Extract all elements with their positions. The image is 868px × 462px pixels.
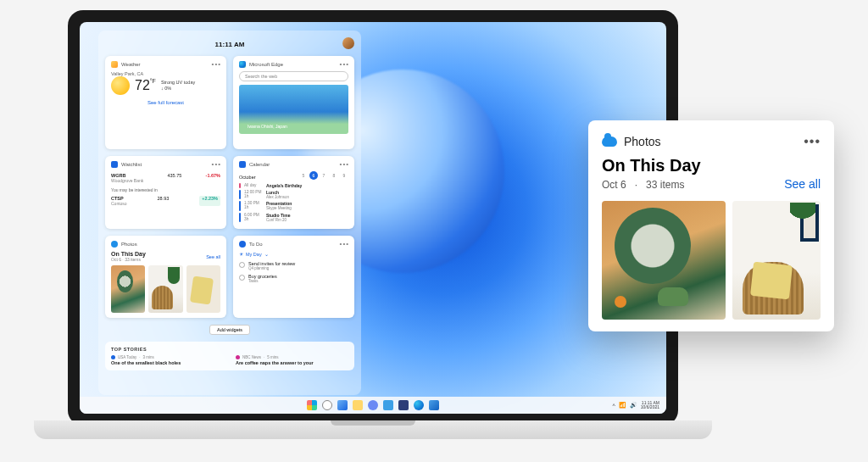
event-sub: Alex Johnson [266, 195, 289, 199]
weather-header: Weather [111, 61, 220, 68]
todo-checkbox[interactable] [239, 262, 245, 268]
popout-header: Photos ••• [602, 134, 821, 149]
photos-widget[interactable]: Photos On This Day Oct 6 · 33 items See … [105, 236, 226, 318]
thumbnail-art-plant [790, 203, 815, 240]
event-time: 1:30 PM 1h [244, 201, 263, 210]
chevron-down-icon: ⌄ [264, 252, 269, 257]
weather-forecast-link[interactable]: See full forecast [111, 100, 220, 105]
watchlist-row[interactable]: WGRB Woodgrove Bank 435.75 -1.67% [111, 171, 220, 185]
source-icon [111, 355, 115, 359]
laptop-frame: 11:11 AM Weather ••• Valley Park, CA 72 [68, 10, 678, 426]
taskbar-mail-button[interactable] [383, 400, 393, 410]
taskbar-widgets-button[interactable] [337, 400, 348, 410]
edge-search-input[interactable]: Search the web [239, 71, 348, 81]
news-section: TOP STORIES USA Today · 3 mins One of th… [105, 342, 354, 370]
stock-price: 28.93 [158, 196, 170, 206]
watchlist-row[interactable]: CTSP Contoso 28.93 +2.23% [111, 194, 220, 208]
photos-popout-card[interactable]: Photos ••• On This Day Oct 6 · 33 items … [588, 120, 834, 331]
event-color-bar [239, 190, 241, 199]
thumbnail-art-orange [615, 296, 626, 308]
day-chip-active[interactable]: 6 [309, 171, 318, 180]
widgets-panel-header: 11:11 AM [105, 37, 354, 51]
news-header: TOP STORIES [111, 347, 348, 352]
sun-icon [111, 76, 130, 95]
todo-checkbox[interactable] [239, 275, 245, 281]
popout-photo-thumbnail[interactable] [732, 201, 821, 320]
weather-temp: 72°F [135, 78, 156, 93]
edge-label: Microsoft Edge [249, 62, 283, 67]
thumbnail-art-circle [615, 208, 691, 284]
event-color-bar [239, 201, 241, 210]
chevron-up-icon[interactable]: ^ [612, 403, 615, 409]
photos-thumbnails [111, 265, 220, 313]
user-avatar[interactable] [342, 37, 354, 49]
photo-thumbnail[interactable] [111, 265, 145, 313]
event-time: 12:00 PM 1h [244, 190, 263, 199]
stock-name: Contoso [111, 201, 127, 206]
taskbar-store-button[interactable] [398, 400, 409, 410]
edge-widget[interactable]: Microsoft Edge ••• Search the web Iwama … [233, 56, 354, 149]
calendar-event[interactable]: 1:30 PM 1h PresentationSkype Meeting [239, 201, 348, 210]
edge-hero-image[interactable]: Iwama Ohishi, Japan [239, 85, 348, 134]
event-title: Angela's Birthday [266, 183, 302, 188]
edge-hero-caption: Iwama Ohishi, Japan [248, 124, 287, 129]
popout-count: 33 items [646, 179, 684, 191]
source-icon [236, 355, 240, 359]
weather-menu-button[interactable]: ••• [212, 60, 221, 68]
todo-widget[interactable]: To Do ••• ☀ My Day ⌄ Send invites for re… [233, 236, 354, 318]
taskbar-chat-button[interactable] [368, 400, 378, 410]
taskbar-edge-button[interactable] [414, 400, 424, 410]
taskbar-photos-button[interactable] [429, 400, 439, 410]
calendar-event[interactable]: 6:00 PM 3h Studio TimeConf Rm 20 [239, 213, 348, 222]
calendar-event[interactable]: 12:00 PM 1h LunchAlex Johnson [239, 190, 348, 199]
day-chip[interactable]: 5 [299, 171, 308, 180]
photo-thumbnail[interactable] [186, 265, 220, 313]
popout-see-all-link[interactable]: See all [784, 177, 821, 191]
weather-widget[interactable]: Weather ••• Valley Park, CA 72°F Strong … [105, 56, 226, 149]
todo-menu-button[interactable]: ••• [340, 240, 349, 248]
day-chip[interactable]: 8 [330, 171, 338, 180]
todo-list-selector[interactable]: ☀ My Day ⌄ [239, 251, 348, 257]
taskbar-search-button[interactable] [322, 400, 332, 410]
weather-meta: Strong UV today ↓ 0% [161, 80, 195, 92]
popout-menu-button[interactable]: ••• [804, 134, 821, 149]
watchlist-widget[interactable]: Watchlist ••• WGRB Woodgrove Bank 435.75… [105, 156, 226, 229]
stock-price: 435.75 [168, 173, 182, 183]
event-sub: Conf Rm 20 [266, 218, 291, 222]
calendar-days: 5 6 7 8 9 [299, 171, 348, 180]
watchlist-label: Watchlist [121, 162, 142, 167]
tray-clock[interactable]: 11:11 AM 10/6/2021 [641, 401, 659, 410]
photos-see-all-link[interactable]: See all [206, 254, 220, 259]
weather-label: Weather [121, 62, 141, 67]
todo-item[interactable]: Buy groceriesTasks [239, 272, 348, 285]
day-chip[interactable]: 9 [340, 171, 348, 180]
uv-text: Strong UV today [161, 80, 195, 86]
day-chip[interactable]: 7 [320, 171, 328, 180]
start-button[interactable] [307, 400, 317, 410]
popout-app-name: Photos [624, 135, 661, 148]
news-item[interactable]: USA Today · 3 mins One of the smallest b… [111, 355, 224, 365]
watchlist-menu-button[interactable]: ••• [212, 160, 221, 168]
todo-item[interactable]: Send invites for reviewQ4 planning [239, 259, 348, 272]
calendar-event[interactable]: All day Angela's Birthday [239, 183, 348, 188]
watchlist-icon [111, 161, 118, 168]
weather-body: 72°F Strong UV today ↓ 0% [111, 76, 220, 95]
news-item[interactable]: NBC News · 5 mins Are coffee naps the an… [236, 355, 348, 365]
edge-header: Microsoft Edge [239, 61, 348, 68]
taskbar-explorer-button[interactable] [353, 400, 363, 410]
event-time: 6:00 PM 3h [244, 213, 263, 222]
edge-menu-button[interactable]: ••• [340, 60, 349, 68]
system-tray[interactable]: ^ 📶 🔊 11:11 AM 10/6/2021 [612, 401, 659, 410]
calendar-widget[interactable]: Calendar ••• October 5 6 7 8 9 [233, 156, 354, 229]
event-sub: Skype Meeting [266, 206, 292, 210]
photos-header: Photos [111, 241, 220, 248]
photo-thumbnail[interactable] [148, 265, 182, 313]
todo-label: To Do [249, 242, 263, 247]
volume-icon[interactable]: 🔊 [630, 402, 637, 409]
wifi-icon[interactable]: 📶 [619, 402, 626, 409]
add-widgets-button[interactable]: Add widgets [209, 325, 250, 335]
stock-name: Woodgrove Bank [111, 178, 143, 183]
popout-photo-thumbnail[interactable] [602, 201, 726, 320]
calendar-menu-button[interactable]: ••• [340, 160, 349, 168]
todo-sub: Tasks [248, 279, 277, 283]
